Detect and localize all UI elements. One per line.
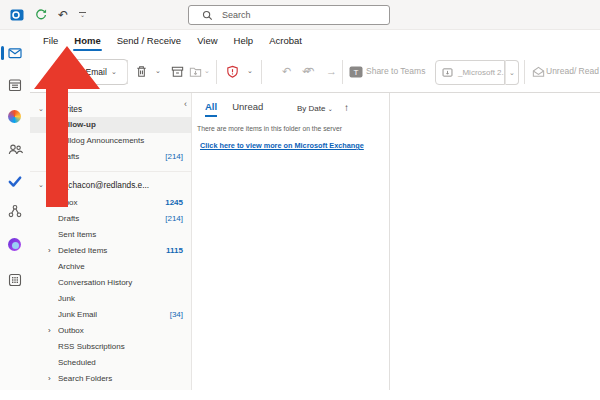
search-placeholder: Search	[222, 10, 251, 20]
tab-send-receive[interactable]: Send / Receive	[109, 30, 189, 52]
expand-icon[interactable]: ›	[48, 323, 51, 339]
mail-icon[interactable]	[7, 45, 23, 61]
sort-by-date-dropdown[interactable]: By Date ⌄	[297, 104, 333, 113]
new-email-button[interactable]: New Email ⌄	[55, 59, 128, 85]
folder-item-inbox[interactable]: Inbox1245	[30, 195, 191, 211]
folder-label: Conversation History	[58, 275, 161, 291]
toolbar-separator	[216, 60, 217, 84]
toolbar-separator	[127, 60, 128, 84]
search-icon	[202, 10, 213, 21]
ribbon-toolbar: New Email ⌄ ⌄ ⌄ ⌄ ↶ ↶↶ → T Share to Team…	[30, 52, 600, 93]
quick-move-dropdown-icon[interactable]: ⌄	[505, 60, 519, 85]
customize-quick-access-icon[interactable]: ⌄	[78, 12, 87, 18]
chevron-down-icon: ⌄	[111, 68, 117, 76]
account-header-label: paul_chacon@redlands.e...	[48, 177, 177, 193]
chevron-down-icon: ⌄	[328, 106, 333, 112]
folder-item-junk[interactable]: Junk	[30, 291, 191, 307]
viva-insights-icon[interactable]	[7, 237, 23, 253]
view-more-exchange-link[interactable]: Click here to view more on Microsoft Exc…	[200, 141, 364, 150]
toolbar-separator	[524, 60, 525, 84]
archive-icon[interactable]	[170, 64, 186, 80]
message-tab-unread[interactable]: Unread	[232, 101, 263, 117]
unread-count: 1115	[166, 243, 183, 259]
folder-item-follow-up[interactable]: Follow-up	[30, 117, 191, 133]
unread-count: 1245	[165, 195, 183, 211]
more-apps-icon[interactable]	[7, 272, 23, 288]
message-tab-all[interactable]: All	[205, 101, 217, 117]
reply-all-icon[interactable]: ↶↶	[302, 64, 308, 78]
share-to-teams-label[interactable]: Share to Teams	[366, 66, 425, 76]
reply-icon[interactable]: ↶	[282, 64, 291, 78]
people-icon[interactable]	[7, 141, 23, 157]
favorites-header[interactable]: ⌄Favorites	[30, 101, 191, 117]
tab-home[interactable]: Home	[66, 30, 108, 52]
title-bar: ↶ ⌄ Search	[0, 0, 600, 30]
tab-file[interactable]: File	[35, 30, 66, 52]
account-header[interactable]: ⌄paul_chacon@redlands.e...	[30, 177, 191, 193]
toolbar-separator	[261, 60, 262, 84]
unread-count: [214]	[165, 211, 183, 227]
move-to-icon[interactable]	[188, 64, 204, 80]
delete-icon[interactable]	[134, 64, 150, 80]
calendar-icon[interactable]	[7, 77, 23, 93]
forward-icon[interactable]: →	[326, 64, 337, 78]
search-input[interactable]: Search	[188, 5, 390, 25]
folder-label: Archive	[58, 259, 161, 275]
folder-item-sent-items[interactable]: Sent Items	[30, 227, 191, 243]
tab-acrobat[interactable]: Acrobat	[261, 30, 310, 52]
folder-pane: ‹ ⌄FavoritesFollow-upBulldog Announcemen…	[30, 93, 192, 390]
folder-label: Drafts	[58, 211, 161, 227]
unread-count: [34]	[170, 307, 183, 323]
folder-item-deleted-items[interactable]: ›Deleted Items1115	[30, 243, 191, 259]
folder-item-junk-email[interactable]: Junk Email[34]	[30, 307, 191, 323]
copilot-icon[interactable]	[7, 109, 23, 125]
folder-label: Inbox	[58, 195, 161, 211]
expand-icon[interactable]: ›	[48, 371, 51, 387]
move-to-dropdown-icon[interactable]: ⌄	[204, 67, 210, 75]
expand-icon[interactable]: ›	[48, 243, 51, 259]
report-shield-icon[interactable]	[225, 64, 241, 80]
divider	[30, 171, 191, 172]
outlook-logo-icon	[10, 8, 24, 22]
folder-label: Sent Items	[58, 227, 161, 243]
teams-icon[interactable]: T	[349, 65, 365, 81]
toolbar-separator	[342, 60, 343, 84]
quick-move-label: _Microsoft 2...	[458, 68, 505, 77]
undo-icon[interactable]: ↶	[58, 8, 68, 22]
org-explorer-icon[interactable]	[7, 203, 23, 219]
folder-item-outbox[interactable]: ›Outbox	[30, 323, 191, 339]
folder-item-archive[interactable]: Archive	[30, 259, 191, 275]
sync-icon[interactable]	[34, 8, 48, 22]
unread-read-envelope-icon[interactable]	[531, 64, 547, 80]
quick-move-combo[interactable]: _Microsoft 2...	[435, 60, 505, 85]
delete-dropdown-icon[interactable]: ⌄	[155, 67, 161, 75]
tab-help[interactable]: Help	[226, 30, 262, 52]
new-email-label: New Email	[66, 67, 107, 77]
folder-label: Search Folders	[58, 371, 161, 387]
report-dropdown-icon[interactable]: ⌄	[247, 67, 253, 75]
folder-label: Drafts	[58, 149, 161, 165]
message-filter-tabs: AllUnread	[205, 101, 263, 117]
chevron-down-icon: ⌄	[38, 101, 44, 117]
nav-rail	[0, 30, 30, 390]
folder-item-scheduled[interactable]: Scheduled	[30, 355, 191, 371]
folder-label: Follow-up	[58, 117, 161, 133]
folder-label: Bulldog Announcements	[58, 133, 161, 149]
favorites-header-label: Favorites	[48, 101, 177, 117]
folder-label: RSS Subscriptions	[58, 339, 161, 355]
folder-label: Deleted Items	[58, 243, 161, 259]
folder-item-search-folders[interactable]: ›Search Folders	[30, 371, 191, 387]
folder-item-drafts[interactable]: Drafts[214]	[30, 211, 191, 227]
folder-label: Scheduled	[58, 355, 161, 371]
sort-ascending-icon[interactable]: ↑	[344, 102, 349, 113]
unread-read-label[interactable]: Unread/ Read	[546, 66, 599, 76]
tab-view[interactable]: View	[189, 30, 225, 52]
server-notice-text: There are more items in this folder on t…	[197, 125, 342, 132]
folder-item-conversation-history[interactable]: Conversation History	[30, 275, 191, 291]
folder-item-bulldog-announcements[interactable]: Bulldog Announcements	[30, 133, 191, 149]
quick-access-toolbar: ↶ ⌄	[10, 7, 87, 23]
folder-item-rss-subscriptions[interactable]: RSS Subscriptions	[30, 339, 191, 355]
move-folder-icon	[441, 66, 454, 79]
folder-item-drafts[interactable]: Drafts[214]	[30, 149, 191, 165]
todo-check-icon[interactable]	[7, 173, 23, 189]
